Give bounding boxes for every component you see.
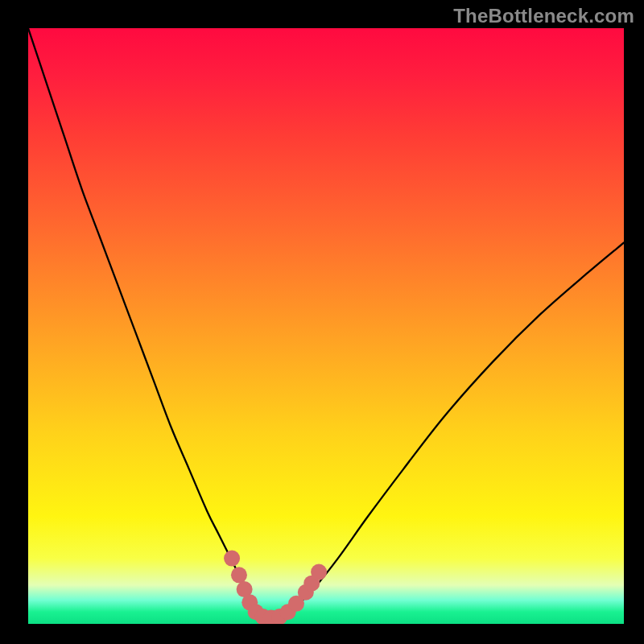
- chart-stage: TheBottleneck.com: [0, 0, 644, 644]
- watermark-text: TheBottleneck.com: [453, 5, 634, 27]
- curve-layer: [28, 28, 624, 624]
- curve-markers: [224, 551, 327, 624]
- curve-marker: [231, 567, 247, 583]
- curve-marker: [224, 551, 240, 567]
- bottleneck-curve: [28, 28, 624, 618]
- plot-area: [28, 28, 624, 624]
- curve-marker: [311, 564, 327, 580]
